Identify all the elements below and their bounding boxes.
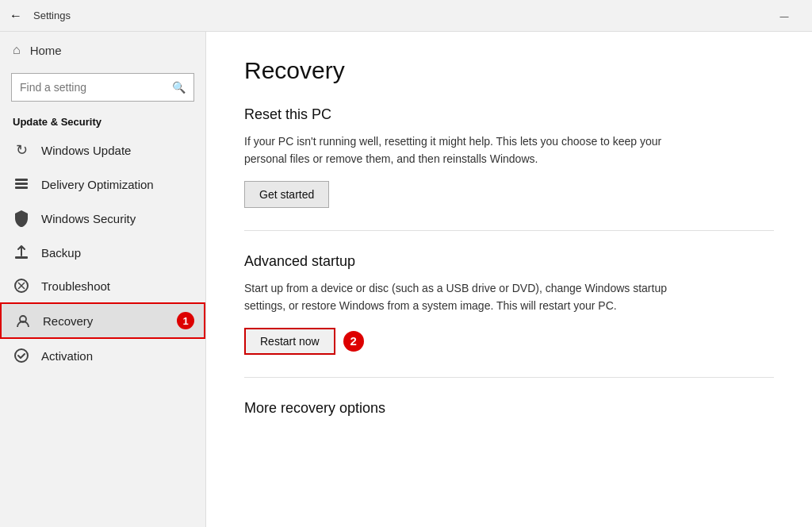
- advanced-description: Start up from a device or disc (such as …: [244, 279, 688, 315]
- more-options-title: More recovery options: [244, 400, 774, 417]
- search-input[interactable]: [20, 81, 172, 94]
- windows-update-icon: ↻: [13, 141, 30, 159]
- sidebar-item-windows-update[interactable]: ↻ Windows Update: [0, 133, 205, 167]
- search-box[interactable]: 🔍: [11, 73, 194, 102]
- sidebar-item-backup[interactable]: Backup: [0, 236, 205, 269]
- svg-rect-3: [15, 256, 28, 259]
- sidebar-home-item[interactable]: ⌂ Home: [0, 32, 205, 68]
- divider-2: [244, 377, 774, 378]
- reset-section-title: Reset this PC: [244, 106, 774, 123]
- backup-icon: [13, 244, 30, 260]
- window-controls: —: [766, 3, 802, 29]
- nav-label-troubleshoot: Troubleshoot: [41, 279, 110, 293]
- troubleshoot-icon: [13, 278, 30, 294]
- title-bar: ← Settings —: [0, 0, 812, 32]
- restart-now-button[interactable]: Restart now: [244, 328, 335, 355]
- advanced-section-title: Advanced startup: [244, 253, 774, 270]
- sidebar-item-troubleshoot[interactable]: Troubleshoot: [0, 269, 205, 302]
- nav-label-recovery: Recovery: [43, 314, 93, 328]
- nav-label-activation: Activation: [41, 349, 93, 363]
- divider-1: [244, 230, 774, 231]
- sidebar-item-delivery-optimization[interactable]: Delivery Optimization: [0, 167, 205, 201]
- nav-label-windows-update: Windows Update: [41, 144, 131, 157]
- delivery-optimization-icon: [13, 176, 30, 192]
- svg-rect-1: [15, 187, 28, 189]
- recovery-badge: 1: [177, 312, 194, 329]
- home-icon: ⌂: [13, 43, 21, 57]
- sidebar-section-title: Update & Security: [0, 110, 205, 133]
- nav-label-backup: Backup: [41, 246, 81, 260]
- search-icon: 🔍: [172, 81, 186, 94]
- content-area: Recovery Reset this PC If your PC isn't …: [206, 32, 812, 527]
- windows-security-icon: [13, 210, 30, 227]
- main-layout: ⌂ Home 🔍 Update & Security ↻ Windows Upd…: [0, 32, 812, 527]
- page-title: Recovery: [244, 57, 774, 84]
- home-label: Home: [30, 44, 62, 57]
- svg-rect-2: [15, 179, 28, 181]
- sidebar-item-activation[interactable]: Activation: [0, 339, 205, 372]
- get-started-button[interactable]: Get started: [244, 181, 329, 208]
- sidebar-item-windows-security[interactable]: Windows Security: [0, 201, 205, 236]
- nav-label-delivery-optimization: Delivery Optimization: [41, 178, 154, 191]
- activation-icon: [13, 348, 30, 364]
- minimize-button[interactable]: —: [766, 3, 802, 29]
- sidebar-item-recovery[interactable]: Recovery 1: [0, 302, 205, 339]
- restart-wrap: Restart now 2: [244, 328, 774, 355]
- restart-badge: 2: [343, 331, 364, 352]
- back-button[interactable]: ←: [10, 9, 22, 23]
- window-title: Settings: [33, 10, 71, 21]
- search-box-wrap: 🔍: [0, 68, 205, 110]
- svg-rect-0: [15, 183, 28, 185]
- reset-description: If your PC isn't running well, resetting…: [244, 133, 688, 168]
- nav-label-windows-security: Windows Security: [41, 212, 136, 225]
- recovery-icon: [14, 313, 32, 329]
- sidebar: ⌂ Home 🔍 Update & Security ↻ Windows Upd…: [0, 32, 206, 527]
- svg-point-6: [15, 349, 28, 362]
